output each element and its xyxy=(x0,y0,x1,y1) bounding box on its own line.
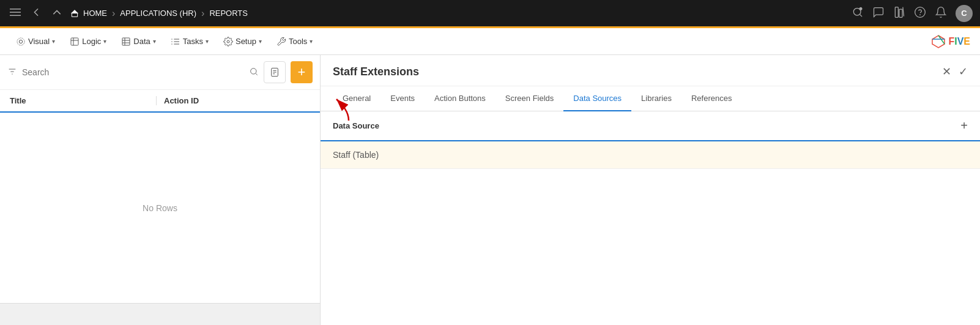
logic-caret: ▾ xyxy=(103,38,106,45)
filter-icon[interactable] xyxy=(7,67,17,78)
tab-events[interactable]: Events xyxy=(380,86,425,111)
top-nav-bar: HOME › APPLICATIONS (HR) › REPORTS C xyxy=(0,0,980,28)
svg-point-7 xyxy=(915,7,926,18)
title-column-header: Title xyxy=(10,96,156,105)
data-nav-btn[interactable]: Data ▾ xyxy=(115,33,161,50)
chat-icon[interactable] xyxy=(872,6,885,20)
search-icon[interactable] xyxy=(249,67,259,78)
action-id-column-header: Action ID xyxy=(156,96,310,105)
tabs-row: General Events Action Buttons Screen Fie… xyxy=(321,86,980,111)
data-caret: ▾ xyxy=(153,38,156,45)
left-panel: + Title Action ID No Rows xyxy=(0,55,321,325)
avatar[interactable]: C xyxy=(956,5,973,22)
bell-icon[interactable] xyxy=(935,6,947,20)
nav-left: HOME › APPLICATIONS (HR) › REPORTS xyxy=(7,4,852,22)
data-row-staff[interactable]: Staff (Table) xyxy=(321,141,980,169)
tab-action-buttons[interactable]: Action Buttons xyxy=(425,86,496,111)
document-icon-button[interactable] xyxy=(264,61,286,83)
svg-point-9 xyxy=(19,40,22,43)
check-icon[interactable]: ✓ xyxy=(959,65,968,78)
svg-rect-6 xyxy=(899,9,902,17)
second-nav-bar: Visual ▾ Logic ▾ Data ▾ Tasks ▾ Setup ▾ … xyxy=(0,28,980,55)
right-panel: Staff Extensions ✕ ✓ General Events Acti… xyxy=(321,55,980,325)
svg-rect-0 xyxy=(10,9,21,10)
add-button[interactable]: + xyxy=(291,61,313,83)
tab-data-sources[interactable]: Data Sources xyxy=(563,86,631,111)
nav-right: C xyxy=(852,5,973,22)
setup-nav-btn[interactable]: Setup ▾ xyxy=(217,33,268,50)
svg-rect-1 xyxy=(10,12,21,13)
reports-breadcrumb[interactable]: REPORTS xyxy=(209,9,248,18)
visual-nav-btn[interactable]: Visual ▾ xyxy=(10,33,61,50)
svg-rect-5 xyxy=(895,7,898,18)
search-chat-icon[interactable] xyxy=(852,6,864,20)
breadcrumb-sep-2: › xyxy=(201,8,204,19)
svg-point-10 xyxy=(17,38,24,45)
search-input[interactable] xyxy=(22,67,244,77)
tools-caret: ▾ xyxy=(310,38,313,45)
content-area: Data Source + Staff (Table) xyxy=(321,111,980,325)
help-icon[interactable] xyxy=(914,6,926,20)
tools-nav-btn[interactable]: Tools ▾ xyxy=(270,33,319,50)
back-icon[interactable] xyxy=(28,4,44,22)
svg-point-4 xyxy=(859,7,863,10)
tab-libraries[interactable]: Libraries xyxy=(631,86,681,111)
svg-point-21 xyxy=(227,40,229,43)
data-source-header: Data Source + xyxy=(321,111,980,141)
tasks-caret: ▾ xyxy=(206,38,209,45)
breadcrumb-sep-1: › xyxy=(112,8,115,19)
tab-references[interactable]: References xyxy=(681,86,741,111)
panel-title: Staff Extensions xyxy=(333,65,419,86)
left-panel-bottom-bar xyxy=(0,303,320,325)
up-icon[interactable] xyxy=(49,4,65,22)
table-header: Title Action ID xyxy=(0,90,320,113)
five-logo: FIVE xyxy=(931,34,970,49)
breadcrumb: HOME › APPLICATIONS (HR) › REPORTS xyxy=(70,8,248,19)
tab-screen-fields[interactable]: Screen Fields xyxy=(496,86,563,111)
no-rows-message: No Rows xyxy=(0,113,320,303)
search-bar: + xyxy=(0,55,320,90)
visual-caret: ▾ xyxy=(52,38,55,45)
data-source-col-label: Data Source xyxy=(333,121,379,130)
menu-icon[interactable] xyxy=(7,4,23,22)
setup-caret: ▾ xyxy=(259,38,262,45)
tasks-nav-btn[interactable]: Tasks ▾ xyxy=(165,33,215,50)
svg-point-28 xyxy=(251,68,256,73)
tab-general[interactable]: General xyxy=(333,86,380,111)
panel-header: Staff Extensions ✕ ✓ xyxy=(321,55,980,86)
applications-breadcrumb[interactable]: APPLICATIONS (HR) xyxy=(120,9,196,18)
panel-header-actions: ✕ ✓ xyxy=(942,65,968,86)
add-data-source-icon[interactable]: + xyxy=(960,119,968,133)
home-breadcrumb[interactable]: HOME xyxy=(70,9,107,18)
svg-line-23 xyxy=(938,35,945,44)
logic-nav-btn[interactable]: Logic ▾ xyxy=(64,33,113,50)
books-icon[interactable] xyxy=(893,6,905,20)
svg-rect-2 xyxy=(10,15,21,17)
close-icon[interactable]: ✕ xyxy=(942,65,951,78)
svg-rect-11 xyxy=(122,38,130,45)
main-area: + Title Action ID No Rows Staff Extensio… xyxy=(0,55,980,325)
